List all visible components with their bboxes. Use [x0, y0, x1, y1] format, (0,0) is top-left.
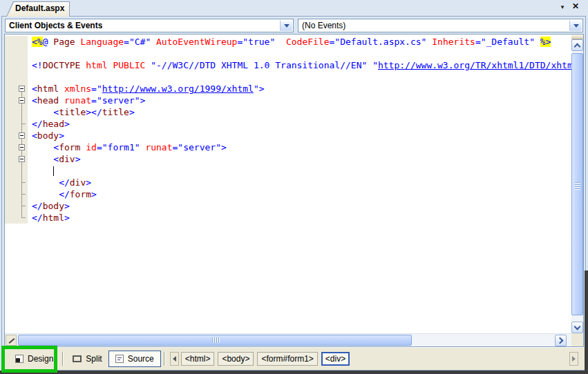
source-view-button[interactable]: Source [108, 351, 161, 367]
code-line[interactable] [5, 71, 571, 83]
outline-gutter-tick [5, 177, 28, 188]
source-view-label: Source [128, 354, 154, 364]
breadcrumb-body[interactable]: <body> [218, 352, 254, 366]
scrollbar-corner [571, 333, 583, 346]
code-text: <!DOCTYPE html PUBLIC "-//W3C//DTD XHTML… [28, 59, 571, 71]
scroll-up-button[interactable] [571, 39, 583, 51]
tab-title[interactable]: Default.aspx [15, 3, 64, 13]
outline-gutter-line [5, 165, 28, 177]
horizontal-scrollbar[interactable] [5, 333, 571, 346]
code-text [28, 48, 571, 59]
code-text: </head> [28, 118, 571, 130]
split-view-label: Split [86, 354, 102, 364]
scroll-right-button[interactable] [555, 335, 567, 346]
outline-gutter-tick [5, 188, 28, 200]
triangle-left-icon [173, 356, 176, 362]
collapse-minus-icon[interactable] [19, 97, 25, 104]
design-view-label: Design [28, 354, 53, 364]
split-drag-handle-icon[interactable] [571, 35, 583, 39]
code-text: </body> [28, 200, 571, 212]
vertical-scrollbar[interactable] [571, 35, 583, 333]
horizontal-scroll-thumb[interactable] [18, 335, 412, 346]
events-dropdown[interactable]: (No Events) [298, 19, 583, 32]
chevron-down-icon [574, 323, 581, 330]
view-switch-toolbar: Design Split Source <html> <body> <form#… [2, 347, 585, 370]
scroll-down-button[interactable] [571, 322, 583, 333]
breadcrumb-html[interactable]: <html> [181, 352, 215, 366]
code-line[interactable]: <title></title> [5, 106, 571, 118]
vertical-scroll-thumb[interactable] [571, 53, 583, 315]
code-text: <body> [28, 130, 571, 141]
code-text: <form id="form1" runat="server"> [28, 141, 571, 153]
outline-gutter-none [5, 59, 28, 71]
code-text: </html> [28, 212, 571, 224]
chevron-down-icon [284, 24, 290, 28]
screen-edge [0, 371, 588, 374]
code-text: <title></title> [28, 106, 571, 118]
code-line[interactable]: </form> [5, 188, 571, 200]
triangle-right-icon [572, 356, 576, 362]
code-text: <html xmlns="http://www.w3.org/1999/xhtm… [28, 83, 571, 95]
outline-gutter-none [5, 71, 28, 83]
collapse-minus-icon[interactable] [19, 144, 25, 150]
outline-gutter-line [5, 106, 28, 118]
code-line[interactable]: </html> [5, 212, 571, 224]
chevron-down-icon [573, 24, 579, 28]
dropdown-button[interactable] [280, 20, 292, 31]
close-icon[interactable]: ✕ [569, 0, 582, 12]
screen-edge [585, 270, 588, 374]
code-line[interactable]: </body> [5, 200, 571, 212]
source-editor[interactable]: <%@ Page Language="C#" AutoEventWireup="… [4, 34, 584, 347]
breadcrumb-form[interactable]: <form#form1> [257, 352, 317, 366]
code-text: </div> [28, 177, 571, 188]
split-view-icon [73, 355, 82, 362]
code-line[interactable] [5, 165, 571, 177]
code-line[interactable]: <head runat="server"> [5, 95, 571, 106]
collapse-minus-icon[interactable] [19, 132, 25, 139]
tab-group-menu-icon[interactable]: ▾ [557, 1, 568, 12]
code-line[interactable] [5, 48, 571, 59]
collapse-minus-icon[interactable] [19, 156, 25, 162]
outline-gutter-box[interactable] [5, 141, 28, 153]
design-view-button[interactable]: Design [9, 351, 59, 366]
chevron-right-icon [557, 337, 564, 344]
code-line[interactable]: <html xmlns="http://www.w3.org/1999/xhtm… [5, 83, 571, 95]
code-text: <div> [28, 153, 571, 165]
vs-document-window: Default.aspx ▾ ✕ Client Objects & Events… [0, 0, 588, 374]
outline-gutter-none [5, 36, 28, 48]
toolbar-separator [164, 352, 165, 366]
code-line[interactable]: <!DOCTYPE html PUBLIC "-//W3C//DTD XHTML… [5, 59, 571, 71]
split-view-button[interactable]: Split [66, 351, 108, 366]
outline-gutter-boxfirst[interactable] [5, 83, 28, 95]
toolbar-separator [62, 352, 64, 366]
splitter-handle-icon[interactable] [6, 335, 17, 346]
source-view-icon [115, 355, 124, 363]
code-line[interactable]: </head> [5, 118, 571, 130]
events-dropdown-value: (No Events) [298, 21, 345, 30]
outline-gutter-box[interactable] [5, 153, 28, 165]
breadcrumb-scroll-right-button[interactable] [569, 352, 578, 366]
chevron-up-icon [574, 43, 581, 50]
code-text: <%@ Page Language="C#" AutoEventWireup="… [28, 36, 571, 48]
outline-gutter-box[interactable] [5, 130, 28, 141]
code-line[interactable]: </div> [5, 177, 571, 188]
code-line[interactable]: <div> [5, 153, 571, 165]
dropdown-button[interactable] [569, 20, 582, 31]
breadcrumb-div-current[interactable]: <div> [321, 352, 350, 366]
code-line[interactable]: <form id="form1" runat="server"> [5, 141, 571, 153]
outline-gutter-none [5, 48, 28, 59]
code-line[interactable]: <%@ Page Language="C#" AutoEventWireup="… [5, 36, 571, 48]
design-view-icon [15, 355, 23, 363]
code-lines[interactable]: <%@ Page Language="C#" AutoEventWireup="… [5, 36, 571, 333]
code-line[interactable]: <body> [5, 130, 571, 141]
outline-gutter-tick [5, 200, 28, 212]
code-text [28, 165, 571, 177]
objects-dropdown[interactable]: Client Objects & Events [5, 19, 294, 32]
breadcrumb-scroll-left-button[interactable] [170, 352, 179, 366]
code-text [28, 71, 571, 83]
code-text: <head runat="server"> [28, 95, 571, 106]
outline-gutter-end [5, 212, 28, 224]
collapse-minus-icon[interactable] [19, 86, 25, 92]
objects-dropdown-value: Client Objects & Events [6, 21, 102, 30]
outline-gutter-box[interactable] [5, 95, 28, 106]
